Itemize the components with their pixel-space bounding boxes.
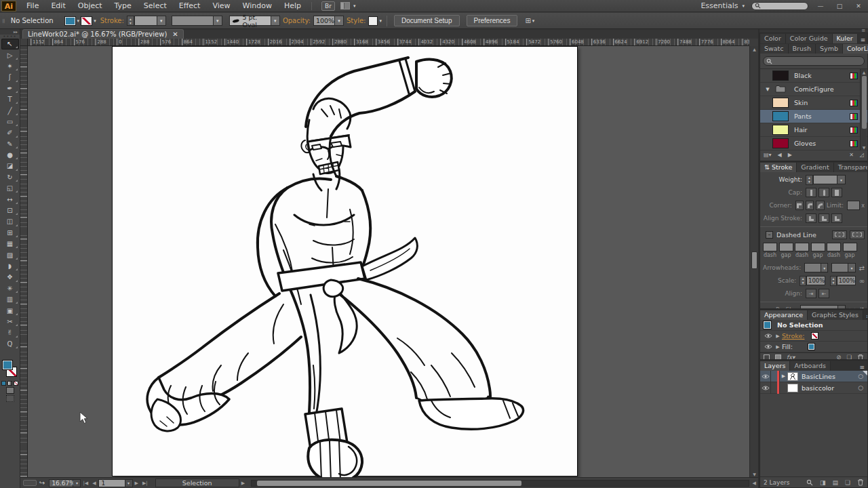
tab-layers[interactable]: Layers [760,361,790,371]
lasso-tool[interactable]: ʃ [1,72,19,83]
scale-start-field[interactable]: 100% [806,276,825,285]
new-fill-icon[interactable] [775,354,781,361]
opacity-field[interactable]: 100% [313,16,335,26]
tab-kuler[interactable]: Kuler [833,34,858,43]
visibility-eye-icon[interactable] [763,333,774,338]
dash-gap-field[interactable] [763,243,777,251]
align-arrow-tip-button[interactable]: ⇥ [806,289,816,298]
restore-button[interactable]: □ [833,3,846,9]
close-button[interactable]: ✕ [852,3,865,9]
next-artboard-icon[interactable]: ▶ [135,481,138,486]
rectangle-tool[interactable]: ▭ [1,117,19,127]
stroke-color-caret-icon[interactable]: ▾ [92,18,98,24]
tab-transparency[interactable]: Transparency [834,163,868,172]
eraser-tool[interactable]: ◪ [1,161,19,171]
scale-end-field[interactable]: 100% [837,276,856,285]
screen-mode-icon[interactable] [6,395,14,402]
tab-brushes[interactable]: Brush [789,44,816,54]
align-dash-button[interactable] [850,230,865,239]
scroll-down-icon[interactable]: ▼ [861,144,867,150]
fill-color-swatch[interactable] [64,16,76,26]
free-transform-tool[interactable]: ⊡ [1,205,19,216]
arrowhead-start-field[interactable] [804,263,821,272]
preserve-dash-button[interactable] [832,230,847,239]
new-sublayer-icon[interactable]: ▤ [832,479,838,486]
corner-round-button[interactable] [806,201,814,210]
cap-round-button[interactable] [818,188,829,197]
zoom-tool[interactable]: Q [1,339,19,350]
make-mask-icon[interactable]: ◨ [820,479,826,486]
dash-gap-field[interactable] [827,243,841,251]
menu-object[interactable]: Object [72,0,108,12]
hand-tool[interactable]: ✌ [1,327,19,338]
swatch-libraries-icon[interactable]: ▤▾ [764,152,772,158]
fill-color-caret-icon[interactable]: ▾ [76,18,81,24]
resize-grip-icon[interactable]: ◿ [860,152,864,158]
align-inside-button[interactable] [818,214,829,223]
opacity-caret-icon[interactable]: ▾ [335,16,344,26]
dash-gap-field[interactable] [795,243,809,251]
appearance-fill-row[interactable]: ▶ Fill: [760,342,867,352]
share-options-caret-icon[interactable]: ▾ [531,18,536,24]
swatch-scroll-thumb[interactable] [862,76,867,129]
weight-stepper[interactable]: ▴▾ [806,175,813,185]
menu-select[interactable]: Select [138,0,173,12]
eyedropper-tool[interactable]: ◗ [1,261,19,272]
style-caret-icon[interactable]: ▾ [378,18,383,24]
new-stroke-icon[interactable] [764,354,770,361]
corner-miter-button[interactable] [795,201,804,210]
pen-tool[interactable]: ✒ [1,83,19,94]
type-tool[interactable]: T [1,94,19,105]
symbol-sprayer-tool[interactable]: ✳ [1,283,19,294]
dash-gap-field[interactable] [811,243,825,251]
menu-window[interactable]: Window [237,0,278,12]
bridge-button[interactable]: Br [321,1,335,11]
visibility-eye-icon[interactable] [760,382,771,394]
document-setup-button[interactable]: Document Setup [394,15,460,26]
layer-row-BasicLines[interactable]: ▶ BasicLines ○ [760,371,867,382]
menu-edit[interactable]: Edit [45,0,71,12]
dashed-line-checkbox[interactable]: – [766,231,773,239]
app-search-input[interactable] [751,2,808,10]
tab-symbols[interactable]: Symb [816,44,843,54]
appearance-stroke-row[interactable]: ▶ Stroke: [760,331,867,342]
arrowhead-start-caret-icon[interactable]: ▾ [821,263,828,272]
link-scale-icon[interactable]: ∞ [859,277,865,285]
pencil-tool[interactable]: ✎ [1,139,19,150]
tab-appearance[interactable]: Appearance [760,310,808,320]
weight-field[interactable] [813,175,837,184]
swatch-row-Hair[interactable]: Hair [760,123,867,137]
add-effect-icon[interactable]: fx▾ [787,354,795,360]
toolbar-fill-swatch[interactable] [2,360,13,370]
share-export-icon[interactable]: ↪ [39,479,45,487]
horizontal-scrollbar[interactable] [251,480,749,487]
menu-view[interactable]: View [206,0,236,12]
scroll-right-icon[interactable]: ◀ [753,481,756,486]
tab-gradient[interactable]: Gradient [797,163,833,172]
direct-selection-tool[interactable]: ▷ [1,49,19,60]
artboard-caret-icon[interactable]: ▾ [125,479,133,487]
expand-icon[interactable]: ▶ [774,344,782,350]
brush-definition-caret-icon[interactable]: ▾ [271,16,280,26]
fill-color-swatch[interactable] [808,343,815,350]
corner-bevel-button[interactable] [816,201,824,210]
swatch-row-Pants[interactable]: Pants [760,110,867,123]
prev-artboard-icon[interactable]: ◀ [92,481,96,486]
arrange-documents-icon[interactable] [340,2,350,9]
stroke-row-label[interactable]: Stroke: [782,332,804,340]
menu-effect[interactable]: Effect [173,0,207,12]
fill-row-label[interactable]: Fill: [782,343,793,350]
visibility-eye-icon[interactable] [763,344,774,349]
stroke-weight-caret-icon[interactable]: ▾ [157,16,166,26]
tab-color-guide[interactable]: Color Guide [786,34,833,43]
last-artboard-icon[interactable]: ▶| [142,481,148,486]
line-segment-tool[interactable]: ╱ [1,105,19,116]
tab-color[interactable]: Color [760,34,786,43]
horizontal-scroll-thumb[interactable] [257,481,521,486]
swatch-row-Gloves[interactable]: Gloves [760,137,867,150]
blend-tool[interactable]: ❖ [1,272,19,283]
delete-icon[interactable] [857,354,864,361]
width-tool[interactable]: ↔ [1,194,19,205]
status-menu-caret-icon[interactable]: ▶ [241,481,245,486]
panel-menu-icon[interactable]: ≡ [863,313,868,320]
